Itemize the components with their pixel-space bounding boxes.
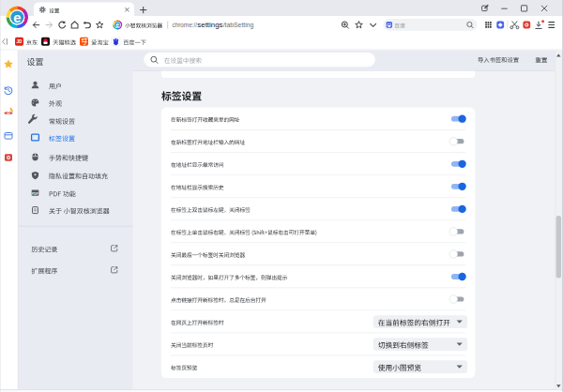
svg-text:JD: JD	[17, 39, 23, 44]
svg-text:e: e	[13, 10, 21, 25]
svg-text:PDF: PDF	[32, 192, 38, 196]
svg-text:settings: settings	[197, 22, 223, 29]
svg-text:/tabSetting: /tabSetting	[223, 22, 254, 29]
svg-text:e: e	[115, 22, 119, 28]
svg-text:chrome://: chrome://	[173, 22, 198, 28]
